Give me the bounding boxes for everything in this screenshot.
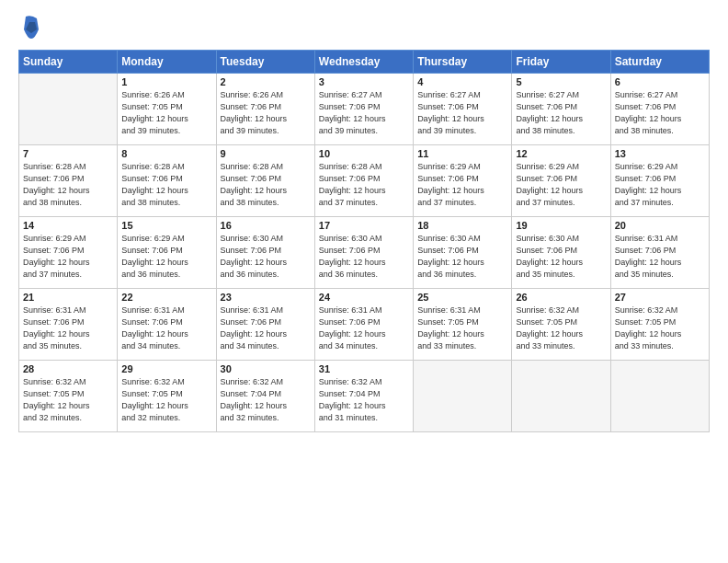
logo xyxy=(18,15,40,40)
calendar-cell: 9Sunrise: 6:28 AM Sunset: 7:06 PM Daylig… xyxy=(216,145,314,217)
calendar-cell: 24Sunrise: 6:31 AM Sunset: 7:06 PM Dayli… xyxy=(314,289,413,361)
day-number: 11 xyxy=(417,148,507,159)
cell-info: Sunrise: 6:28 AM Sunset: 7:06 PM Dayligh… xyxy=(221,161,311,209)
calendar-cell: 16Sunrise: 6:30 AM Sunset: 7:06 PM Dayli… xyxy=(216,217,314,289)
calendar-cell: 22Sunrise: 6:31 AM Sunset: 7:06 PM Dayli… xyxy=(118,289,216,361)
cell-info: Sunrise: 6:31 AM Sunset: 7:06 PM Dayligh… xyxy=(23,304,113,352)
calendar-page: SundayMondayTuesdayWednesdayThursdayFrid… xyxy=(0,0,728,563)
day-number: 17 xyxy=(319,220,409,231)
calendar-cell: 27Sunrise: 6:32 AM Sunset: 7:05 PM Dayli… xyxy=(610,289,709,361)
cell-info: Sunrise: 6:32 AM Sunset: 7:05 PM Dayligh… xyxy=(23,376,113,424)
calendar-cell: 1Sunrise: 6:26 AM Sunset: 7:05 PM Daylig… xyxy=(118,74,216,145)
calendar-cell: 3Sunrise: 6:27 AM Sunset: 7:06 PM Daylig… xyxy=(314,74,413,145)
day-number: 4 xyxy=(417,76,507,87)
day-header-sunday: Sunday xyxy=(19,51,118,74)
calendar-cell: 17Sunrise: 6:30 AM Sunset: 7:06 PM Dayli… xyxy=(314,217,413,289)
day-number: 25 xyxy=(417,292,507,303)
day-number: 18 xyxy=(417,220,507,231)
logo-icon xyxy=(22,15,40,40)
cell-info: Sunrise: 6:31 AM Sunset: 7:06 PM Dayligh… xyxy=(121,304,211,352)
day-number: 7 xyxy=(23,148,113,159)
cell-info: Sunrise: 6:29 AM Sunset: 7:06 PM Dayligh… xyxy=(615,161,705,209)
calendar-cell: 26Sunrise: 6:32 AM Sunset: 7:05 PM Dayli… xyxy=(512,289,610,361)
cell-info: Sunrise: 6:31 AM Sunset: 7:05 PM Dayligh… xyxy=(417,304,507,352)
calendar-cell: 21Sunrise: 6:31 AM Sunset: 7:06 PM Dayli… xyxy=(19,289,118,361)
day-header-monday: Monday xyxy=(118,51,216,74)
day-number: 19 xyxy=(516,220,606,231)
day-number: 5 xyxy=(516,76,606,87)
day-header-saturday: Saturday xyxy=(610,51,709,74)
cell-info: Sunrise: 6:32 AM Sunset: 7:05 PM Dayligh… xyxy=(516,304,606,352)
cell-info: Sunrise: 6:30 AM Sunset: 7:06 PM Dayligh… xyxy=(221,233,311,281)
day-number: 29 xyxy=(121,363,211,374)
cell-info: Sunrise: 6:29 AM Sunset: 7:06 PM Dayligh… xyxy=(516,161,606,209)
calendar-cell xyxy=(512,361,610,432)
cell-info: Sunrise: 6:26 AM Sunset: 7:05 PM Dayligh… xyxy=(121,89,211,137)
cell-info: Sunrise: 6:30 AM Sunset: 7:06 PM Dayligh… xyxy=(319,233,409,281)
day-number: 14 xyxy=(23,220,113,231)
calendar-cell: 11Sunrise: 6:29 AM Sunset: 7:06 PM Dayli… xyxy=(414,145,512,217)
cell-info: Sunrise: 6:32 AM Sunset: 7:04 PM Dayligh… xyxy=(221,376,311,424)
day-number: 26 xyxy=(516,292,606,303)
week-row-1: 1Sunrise: 6:26 AM Sunset: 7:05 PM Daylig… xyxy=(19,74,710,145)
day-header-tuesday: Tuesday xyxy=(216,51,314,74)
day-number: 22 xyxy=(121,292,211,303)
cell-info: Sunrise: 6:32 AM Sunset: 7:05 PM Dayligh… xyxy=(615,304,705,352)
week-row-5: 28Sunrise: 6:32 AM Sunset: 7:05 PM Dayli… xyxy=(19,361,710,432)
day-header-friday: Friday xyxy=(512,51,610,74)
calendar-header-row: SundayMondayTuesdayWednesdayThursdayFrid… xyxy=(19,51,710,74)
day-number: 21 xyxy=(23,292,113,303)
day-number: 27 xyxy=(615,292,705,303)
cell-info: Sunrise: 6:29 AM Sunset: 7:06 PM Dayligh… xyxy=(417,161,507,209)
calendar-cell: 15Sunrise: 6:29 AM Sunset: 7:06 PM Dayli… xyxy=(118,217,216,289)
calendar-cell: 2Sunrise: 6:26 AM Sunset: 7:06 PM Daylig… xyxy=(216,74,314,145)
cell-info: Sunrise: 6:29 AM Sunset: 7:06 PM Dayligh… xyxy=(121,233,211,281)
cell-info: Sunrise: 6:31 AM Sunset: 7:06 PM Dayligh… xyxy=(615,233,705,281)
day-number: 6 xyxy=(615,76,705,87)
day-number: 10 xyxy=(319,148,409,159)
day-number: 3 xyxy=(319,76,409,87)
day-number: 1 xyxy=(121,76,211,87)
cell-info: Sunrise: 6:28 AM Sunset: 7:06 PM Dayligh… xyxy=(319,161,409,209)
cell-info: Sunrise: 6:30 AM Sunset: 7:06 PM Dayligh… xyxy=(417,233,507,281)
cell-info: Sunrise: 6:32 AM Sunset: 7:04 PM Dayligh… xyxy=(319,376,409,424)
cell-info: Sunrise: 6:29 AM Sunset: 7:06 PM Dayligh… xyxy=(23,233,113,281)
calendar-cell: 8Sunrise: 6:28 AM Sunset: 7:06 PM Daylig… xyxy=(118,145,216,217)
day-header-wednesday: Wednesday xyxy=(314,51,413,74)
day-header-thursday: Thursday xyxy=(414,51,512,74)
calendar-cell: 12Sunrise: 6:29 AM Sunset: 7:06 PM Dayli… xyxy=(512,145,610,217)
calendar-cell: 18Sunrise: 6:30 AM Sunset: 7:06 PM Dayli… xyxy=(414,217,512,289)
calendar-cell xyxy=(610,361,709,432)
day-number: 20 xyxy=(615,220,705,231)
week-row-3: 14Sunrise: 6:29 AM Sunset: 7:06 PM Dayli… xyxy=(19,217,710,289)
calendar-cell: 25Sunrise: 6:31 AM Sunset: 7:05 PM Dayli… xyxy=(414,289,512,361)
calendar-cell xyxy=(414,361,512,432)
day-number: 30 xyxy=(221,363,311,374)
day-number: 9 xyxy=(221,148,311,159)
cell-info: Sunrise: 6:31 AM Sunset: 7:06 PM Dayligh… xyxy=(319,304,409,352)
cell-info: Sunrise: 6:30 AM Sunset: 7:06 PM Dayligh… xyxy=(516,233,606,281)
day-number: 23 xyxy=(221,292,311,303)
calendar-table: SundayMondayTuesdayWednesdayThursdayFrid… xyxy=(18,50,710,432)
calendar-cell: 5Sunrise: 6:27 AM Sunset: 7:06 PM Daylig… xyxy=(512,74,610,145)
calendar-cell: 31Sunrise: 6:32 AM Sunset: 7:04 PM Dayli… xyxy=(314,361,413,432)
calendar-cell xyxy=(19,74,118,145)
calendar-cell: 13Sunrise: 6:29 AM Sunset: 7:06 PM Dayli… xyxy=(610,145,709,217)
cell-info: Sunrise: 6:31 AM Sunset: 7:06 PM Dayligh… xyxy=(221,304,311,352)
cell-info: Sunrise: 6:27 AM Sunset: 7:06 PM Dayligh… xyxy=(319,89,409,137)
day-number: 8 xyxy=(121,148,211,159)
header xyxy=(18,15,710,40)
cell-info: Sunrise: 6:26 AM Sunset: 7:06 PM Dayligh… xyxy=(221,89,311,137)
calendar-cell: 14Sunrise: 6:29 AM Sunset: 7:06 PM Dayli… xyxy=(19,217,118,289)
cell-info: Sunrise: 6:28 AM Sunset: 7:06 PM Dayligh… xyxy=(23,161,113,209)
cell-info: Sunrise: 6:28 AM Sunset: 7:06 PM Dayligh… xyxy=(121,161,211,209)
calendar-cell: 30Sunrise: 6:32 AM Sunset: 7:04 PM Dayli… xyxy=(216,361,314,432)
calendar-cell: 23Sunrise: 6:31 AM Sunset: 7:06 PM Dayli… xyxy=(216,289,314,361)
day-number: 16 xyxy=(221,220,311,231)
calendar-cell: 7Sunrise: 6:28 AM Sunset: 7:06 PM Daylig… xyxy=(19,145,118,217)
day-number: 28 xyxy=(23,363,113,374)
cell-info: Sunrise: 6:27 AM Sunset: 7:06 PM Dayligh… xyxy=(615,89,705,137)
calendar-cell: 19Sunrise: 6:30 AM Sunset: 7:06 PM Dayli… xyxy=(512,217,610,289)
calendar-cell: 4Sunrise: 6:27 AM Sunset: 7:06 PM Daylig… xyxy=(414,74,512,145)
day-number: 12 xyxy=(516,148,606,159)
